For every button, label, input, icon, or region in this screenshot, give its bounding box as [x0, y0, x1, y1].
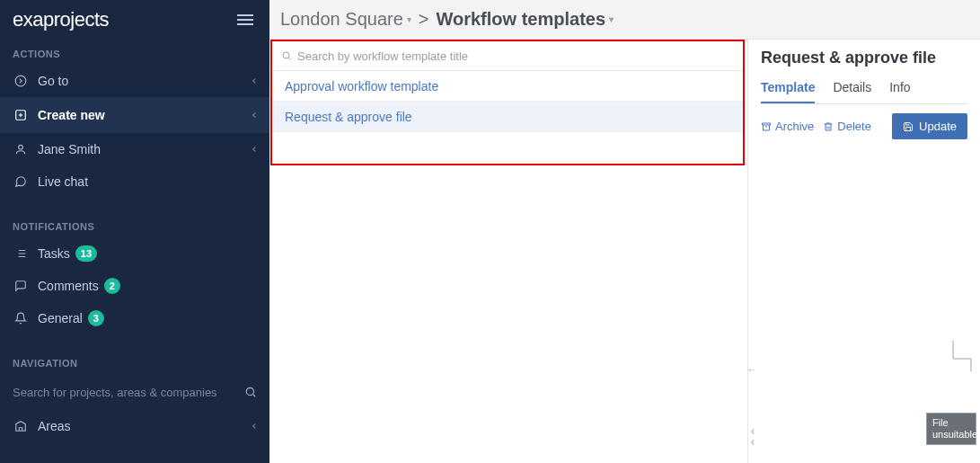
detail-tabs: Template Details Info — [761, 76, 967, 104]
section-notifications-label: NOTIFICATIONS — [0, 212, 269, 237]
detail-title: Request & approve file — [761, 49, 967, 67]
breadcrumb-project-label: London Square — [280, 9, 403, 30]
nav-comments-label: Comments — [38, 279, 99, 293]
archive-icon — [761, 121, 772, 132]
chevron-right-icon — [250, 76, 259, 85]
save-icon — [903, 121, 914, 132]
svg-point-3 — [246, 387, 253, 395]
archive-label: Archive — [775, 120, 814, 133]
search-icon — [281, 50, 292, 61]
sidebar: exaprojects ACTIONS Go to Create new Jan… — [0, 0, 269, 463]
brand-row: exaprojects — [0, 0, 269, 40]
update-button[interactable]: Update — [892, 113, 967, 139]
breadcrumb: London Square ▾ > Workflow templates ▾ — [269, 0, 980, 40]
list-empty-area — [269, 165, 747, 463]
nav-user-label: Jane Smith — [38, 142, 101, 156]
collapse-panel-icon[interactable]: ← — [746, 363, 757, 376]
list-search[interactable] — [272, 41, 743, 71]
bell-icon — [13, 312, 29, 325]
workflow-canvas[interactable]: File unsuitable — [926, 341, 980, 445]
nav-tasks[interactable]: Tasks 13 — [0, 237, 269, 270]
user-icon — [13, 143, 29, 156]
chevron-right-icon — [250, 422, 259, 431]
tab-template[interactable]: Template — [761, 76, 815, 103]
nav-create-new[interactable]: Create new — [0, 97, 269, 133]
node-line2: unsuitable — [932, 429, 977, 440]
workflow-node-file-unsuitable[interactable]: File unsuitable — [926, 413, 976, 445]
list-item-title: Approval workflow template — [285, 79, 438, 93]
main: London Square ▾ > Workflow templates ▾ A… — [269, 0, 980, 463]
content: Approval workflow template Request & app… — [269, 40, 980, 463]
section-actions-label: ACTIONS — [0, 40, 269, 65]
svg-point-0 — [15, 76, 26, 86]
chevron-right-icon — [250, 111, 259, 120]
list-search-input[interactable] — [297, 49, 734, 63]
trash-icon — [823, 121, 834, 132]
nav-general-label: General — [38, 311, 83, 325]
chat-icon — [13, 175, 29, 188]
nav-goto[interactable]: Go to — [0, 65, 269, 97]
chevron-down-icon: ▾ — [407, 14, 411, 24]
search-icon — [244, 386, 257, 398]
list-column: Approval workflow template Request & app… — [269, 40, 747, 463]
delete-button[interactable]: Delete — [823, 120, 871, 133]
breadcrumb-page[interactable]: Workflow templates ▾ — [436, 9, 614, 30]
list-item-title: Request & approve file — [285, 110, 412, 124]
nav-comments[interactable]: Comments 2 — [0, 270, 269, 302]
areas-icon — [13, 420, 29, 432]
update-label: Update — [919, 120, 957, 133]
breadcrumb-sep: > — [419, 9, 429, 30]
tasks-badge: 13 — [75, 245, 97, 262]
list-icon — [13, 247, 29, 260]
nav-create-label: Create new — [38, 108, 105, 122]
brand-logo[interactable]: exaprojects — [13, 8, 109, 31]
breadcrumb-project[interactable]: London Square ▾ — [280, 9, 411, 30]
chevron-down-icon: ▾ — [609, 14, 614, 24]
delete-label: Delete — [837, 120, 871, 133]
plus-square-icon — [13, 109, 29, 121]
node-line1: File — [932, 417, 949, 428]
section-navigation-label: NAVIGATION — [0, 349, 269, 374]
list-item[interactable]: Approval workflow template — [272, 71, 743, 102]
nav-chat-label: Live chat — [38, 174, 88, 189]
chevron-right-icon — [250, 145, 259, 154]
list-item[interactable]: Request & approve file — [272, 102, 743, 132]
arrow-right-circle-icon — [13, 75, 29, 87]
comments-badge: 2 — [104, 278, 120, 294]
tab-details[interactable]: Details — [833, 76, 871, 103]
scroll-hint-icon[interactable] — [748, 427, 757, 447]
detail-actions: Archive Delete Update — [761, 113, 967, 139]
nav-areas[interactable]: Areas — [0, 410, 269, 442]
archive-button[interactable]: Archive — [761, 120, 814, 133]
svg-point-4 — [283, 52, 289, 58]
nav-tasks-label: Tasks — [38, 246, 70, 261]
detail-panel: Request & approve file Template Details … — [747, 40, 980, 463]
nav-areas-label: Areas — [38, 419, 71, 433]
nav-user[interactable]: Jane Smith — [0, 133, 269, 165]
nav-goto-label: Go to — [38, 74, 68, 88]
nav-search-input[interactable] — [13, 386, 244, 399]
tab-info[interactable]: Info — [889, 76, 910, 103]
workflow-connector-icon — [926, 341, 980, 413]
general-badge: 3 — [88, 310, 104, 326]
nav-search[interactable] — [0, 374, 269, 410]
nav-live-chat[interactable]: Live chat — [0, 165, 269, 198]
menu-toggle-icon[interactable] — [237, 9, 259, 31]
comment-icon — [13, 280, 29, 292]
breadcrumb-page-label: Workflow templates — [436, 9, 605, 30]
template-list-panel: Approval workflow template Request & app… — [270, 40, 745, 165]
nav-general[interactable]: General 3 — [0, 302, 269, 334]
svg-point-2 — [19, 145, 23, 149]
